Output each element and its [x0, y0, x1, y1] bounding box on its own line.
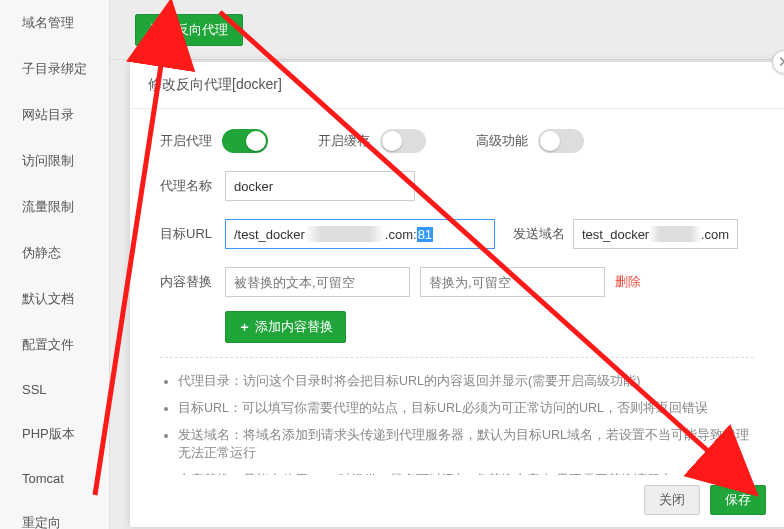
modal-footer: 关闭 保存	[130, 475, 784, 527]
target-url-label: 目标URL	[160, 225, 225, 243]
add-proxy-button[interactable]: 添加反向代理	[135, 14, 243, 46]
sidebar-item-sitedir[interactable]: 网站目录	[0, 92, 109, 138]
advanced-toggle[interactable]	[538, 129, 584, 153]
edit-proxy-modal: 修改反向代理[docker] ✕ 开启代理 开启缓存 高级功能 代理名称 目标U…	[130, 62, 784, 527]
sidebar-item-redirect[interactable]: 重定向	[0, 500, 109, 529]
sidebar-item-defaultdoc[interactable]: 默认文档	[0, 276, 109, 322]
sidebar-item-traffic[interactable]: 流量限制	[0, 184, 109, 230]
target-url-input[interactable]: /test_docker.com:81	[225, 219, 495, 249]
enable-proxy-toggle[interactable]	[222, 129, 268, 153]
modal-title: 修改反向代理[docker]	[130, 62, 784, 109]
selected-port: 81	[417, 227, 433, 242]
enable-proxy-label: 开启代理	[160, 132, 212, 150]
sidebar: 域名管理 子目录绑定 网站目录 访问限制 流量限制 伪静态 默认文档 配置文件 …	[0, 0, 110, 529]
add-replace-button[interactable]: ＋ 添加内容替换	[225, 311, 346, 343]
hint-item: 目标URL：可以填写你需要代理的站点，目标URL必须为可正常访问的URL，否则将…	[178, 399, 754, 418]
hint-item: 发送域名：将域名添加到请求头传递到代理服务器，默认为目标URL域名，若设置不当可…	[178, 426, 754, 464]
plus-icon: ＋	[238, 319, 251, 334]
sidebar-item-access[interactable]: 访问限制	[0, 138, 109, 184]
sidebar-item-ssl[interactable]: SSL	[0, 368, 109, 411]
sidebar-item-subdir[interactable]: 子目录绑定	[0, 46, 109, 92]
replace-to-input[interactable]	[420, 267, 605, 297]
hints-list: 代理目录：访问这个目录时将会把目标URL的内容返回并显示(需要开启高级功能) 目…	[160, 357, 754, 475]
content-replace-label: 内容替换	[160, 273, 225, 291]
sidebar-item-rewrite[interactable]: 伪静态	[0, 230, 109, 276]
close-button[interactable]: 关闭	[644, 485, 700, 515]
delete-replace-link[interactable]: 删除	[615, 273, 641, 291]
modal-body: 开启代理 开启缓存 高级功能 代理名称 目标URL /test_docker.c…	[130, 109, 784, 475]
send-domain-input[interactable]: test_docker.com	[573, 219, 738, 249]
enable-cache-label: 开启缓存	[318, 132, 370, 150]
sidebar-item-php[interactable]: PHP版本	[0, 411, 109, 457]
sidebar-item-config[interactable]: 配置文件	[0, 322, 109, 368]
proxy-name-label: 代理名称	[160, 177, 225, 195]
replace-from-input[interactable]	[225, 267, 410, 297]
save-button[interactable]: 保存	[710, 485, 766, 515]
hint-item: 代理目录：访问这个目录时将会把目标URL的内容返回并显示(需要开启高级功能)	[178, 372, 754, 391]
topbar: 添加反向代理	[110, 0, 784, 60]
advanced-label: 高级功能	[476, 132, 528, 150]
sidebar-item-tomcat[interactable]: Tomcat	[0, 457, 109, 500]
proxy-name-input[interactable]	[225, 171, 415, 201]
send-domain-label: 发送域名	[513, 225, 573, 243]
enable-cache-toggle[interactable]	[380, 129, 426, 153]
switch-row: 开启代理 开启缓存 高级功能	[160, 129, 754, 153]
sidebar-item-domain[interactable]: 域名管理	[0, 0, 109, 46]
